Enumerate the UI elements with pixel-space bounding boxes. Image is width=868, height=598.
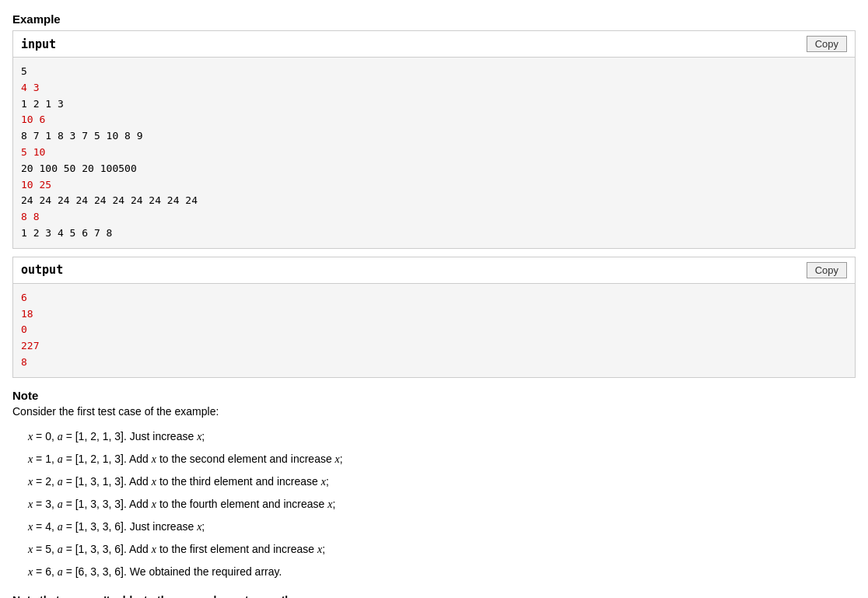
input-block: input Copy 5 4 3 1 2 1 3 10 6 8 7 1 8 3 … [12,30,856,249]
example-title: Example [12,12,856,26]
input-header: input Copy [13,31,855,58]
list-item: x = 2, a = [1, 3, 1, 3]. Add x to the th… [28,470,856,493]
input-content: 5 4 3 1 2 1 3 10 6 8 7 1 8 3 7 5 10 8 9 … [13,58,855,248]
copy-input-button[interactable]: Copy [807,36,847,52]
note-intro: Consider the first test case of the exam… [12,405,856,418]
list-item: x = 3, a = [1, 3, 3, 3]. Add x to the fo… [28,493,856,516]
note-list: x = 0, a = [1, 2, 1, 3]. Just increase x… [12,425,856,583]
note-bold-text: Note that you can't add x to the same el… [12,594,856,598]
list-item: x = 5, a = [1, 3, 3, 6]. Add x to the fi… [28,538,856,561]
copy-output-button[interactable]: Copy [807,262,847,278]
note-title: Note [12,389,856,402]
output-content: 6 18 0 227 8 [13,284,855,377]
list-item: x = 0, a = [1, 2, 1, 3]. Just increase x… [28,425,856,448]
list-item: x = 6, a = [6, 3, 3, 6]. We obtained the… [28,561,856,583]
example-section: Example input Copy 5 4 3 1 2 1 3 10 6 8 … [12,12,856,378]
list-item: x = 4, a = [1, 3, 3, 6]. Just increase x… [28,516,856,538]
output-block: output Copy 6 18 0 227 8 [12,257,856,378]
input-label: input [21,37,56,51]
note-section: Note Consider the first test case of the… [12,389,856,598]
output-label: output [21,263,63,277]
output-header: output Copy [13,257,855,284]
list-item: x = 1, a = [1, 2, 1, 3]. Add x to the se… [28,448,856,470]
